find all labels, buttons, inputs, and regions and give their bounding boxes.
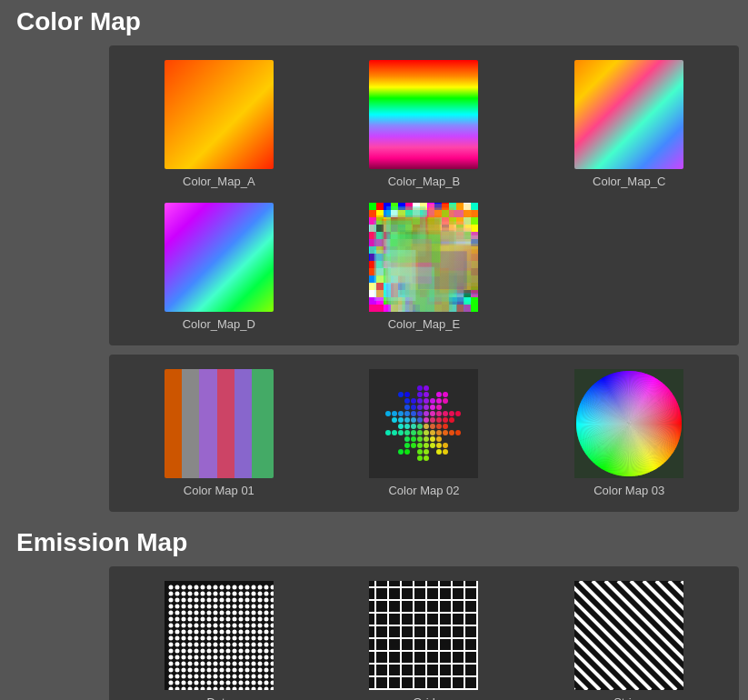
- color-map-d-label: Color_Map_D: [183, 317, 255, 331]
- list-item[interactable]: Color_Map_B: [329, 60, 520, 188]
- color-map-c-label: Color_Map_C: [593, 175, 665, 188]
- color-map-b-thumb[interactable]: [369, 60, 478, 169]
- emission-dots-thumb[interactable]: [165, 581, 274, 690]
- color-map-grid: Color_Map_A Color_Map_B Color_Map_C Colo…: [124, 60, 724, 331]
- color-map-a-label: Color_Map_A: [183, 175, 255, 188]
- emission-grid-thumb[interactable]: [369, 581, 478, 690]
- color-map-02-thumb[interactable]: [369, 369, 478, 478]
- emission-stripe-label: Stripe: [613, 695, 644, 700]
- list-item[interactable]: Grid: [329, 581, 520, 700]
- color-map-01-label: Color Map 01: [184, 484, 254, 497]
- emission-grid-label: Grid: [413, 695, 435, 700]
- color-map-03-thumb[interactable]: [574, 369, 683, 478]
- color-map-d-thumb[interactable]: [165, 203, 274, 312]
- page-title: Color Map: [0, 0, 748, 45]
- color-map-e-label: Color_Map_E: [388, 317, 461, 331]
- list-item[interactable]: Color Map 01: [124, 369, 314, 497]
- list-item[interactable]: Stripe: [534, 581, 724, 700]
- list-item[interactable]: Color_Map_D: [124, 203, 314, 331]
- color-map-c-thumb[interactable]: [574, 60, 683, 169]
- color-map-e-thumb[interactable]: [369, 203, 478, 312]
- color-map-preview-panel: Color Map 01 Color Map 02 Color Map 03: [109, 355, 739, 512]
- color-map-b-label: Color_Map_B: [388, 175, 461, 188]
- list-item[interactable]: Color Map 03: [534, 369, 724, 497]
- list-item[interactable]: Dots: [124, 581, 314, 700]
- emission-map-panel: Dots Grid Stripe: [109, 566, 739, 700]
- color-map-preview-grid: Color Map 01 Color Map 02 Color Map 03: [124, 369, 724, 497]
- emission-map-grid: Dots Grid Stripe: [124, 581, 724, 700]
- list-item[interactable]: Color_Map_C: [534, 60, 724, 188]
- color-map-a-thumb[interactable]: [165, 60, 274, 169]
- color-map-panel: Color_Map_A Color_Map_B Color_Map_C Colo…: [109, 45, 739, 345]
- emission-map-title: Emission Map: [0, 521, 748, 566]
- color-map-03-label: Color Map 03: [593, 484, 664, 497]
- emission-dots-label: Dots: [206, 695, 231, 700]
- list-item[interactable]: Color_Map_A: [124, 60, 314, 188]
- color-map-02-label: Color Map 02: [388, 484, 459, 497]
- list-item[interactable]: Color Map 02: [329, 369, 520, 497]
- emission-stripe-thumb[interactable]: [574, 581, 683, 690]
- list-item[interactable]: Color_Map_E: [329, 203, 520, 331]
- color-map-01-thumb[interactable]: [165, 369, 274, 478]
